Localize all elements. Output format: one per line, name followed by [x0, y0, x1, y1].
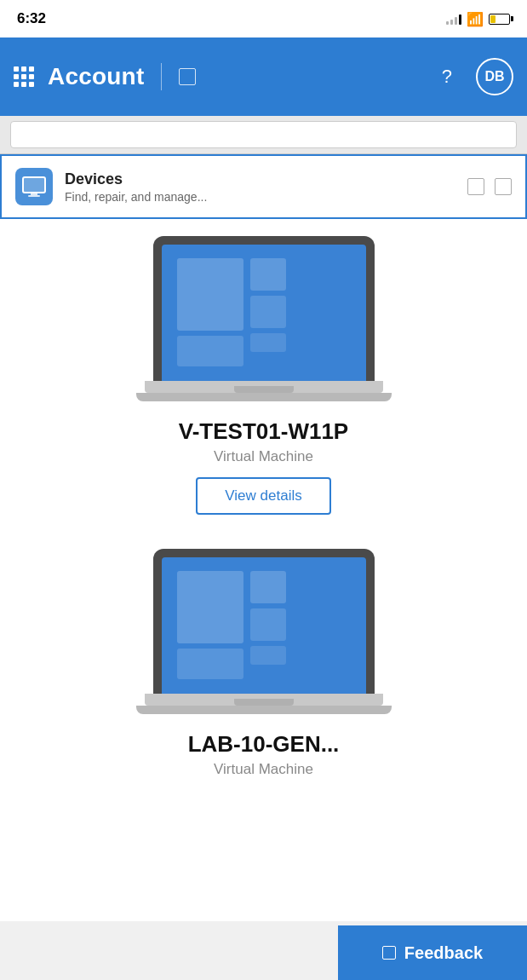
screen-tiles-1 [177, 571, 286, 679]
laptop-illustration-0 [136, 236, 392, 401]
monitor-icon [22, 176, 46, 197]
feedback-bar[interactable]: Feedback [338, 925, 527, 980]
screen-tiles-0 [177, 258, 286, 366]
device-type-1: Virtual Machine [214, 761, 313, 778]
wifi-icon: 📶 [467, 11, 484, 27]
devices-subtitle: Find, repair, and manage... [65, 190, 467, 204]
device-name-0: V-TEST01-W11P [179, 418, 348, 445]
feedback-checkbox [382, 946, 396, 960]
svg-rect-1 [31, 193, 37, 195]
app-header: Account ? DB [0, 37, 527, 116]
svg-rect-2 [28, 195, 40, 197]
devices-menu-item[interactable]: Devices Find, repair, and manage... [0, 154, 527, 219]
battery-fill [490, 15, 495, 23]
device-name-1: LAB-10-GEN... [188, 731, 340, 758]
laptop-screen-1 [153, 549, 375, 694]
devices-title: Devices [65, 170, 467, 188]
status-icons: 📶 [446, 11, 510, 27]
laptop-base-0 [145, 381, 383, 393]
avatar[interactable]: DB [476, 58, 513, 95]
device-card-1: LAB-10-GEN... Virtual Machine [14, 549, 513, 778]
laptop-display-0 [162, 245, 366, 381]
help-button[interactable]: ? [442, 66, 452, 88]
grid-icon[interactable] [14, 66, 34, 87]
header-divider [161, 63, 162, 90]
signal-icon [446, 13, 461, 25]
main-content: Devices Find, repair, and manage... [0, 154, 527, 921]
laptop-screen-0 [153, 236, 375, 381]
laptop-base-1 [145, 694, 383, 706]
search-bar[interactable] [10, 121, 517, 148]
laptop-bottom-0 [136, 393, 392, 401]
laptop-illustration-1 [136, 549, 392, 714]
devices-text-group: Devices Find, repair, and manage... [65, 170, 467, 204]
battery-icon [489, 14, 510, 25]
svg-rect-0 [23, 177, 45, 193]
view-details-button-0[interactable]: View details [196, 477, 330, 515]
search-bar-area [0, 116, 527, 154]
laptop-bottom-1 [136, 706, 392, 714]
device-card-0: V-TEST01-W11P Virtual Machine View detai… [14, 236, 513, 515]
header-title: Account [48, 63, 144, 90]
devices-icon-container [15, 168, 53, 205]
devices-checkboxes [467, 178, 512, 195]
header-square-icon[interactable] [179, 68, 196, 85]
devices-list: V-TEST01-W11P Virtual Machine View detai… [0, 219, 527, 863]
laptop-display-1 [162, 557, 366, 694]
device-type-0: Virtual Machine [214, 448, 313, 465]
checkbox-2[interactable] [495, 178, 512, 195]
feedback-label: Feedback [404, 943, 483, 963]
checkbox-1[interactable] [467, 178, 484, 195]
status-bar: 6:32 📶 [0, 0, 527, 37]
status-time: 6:32 [17, 10, 46, 27]
